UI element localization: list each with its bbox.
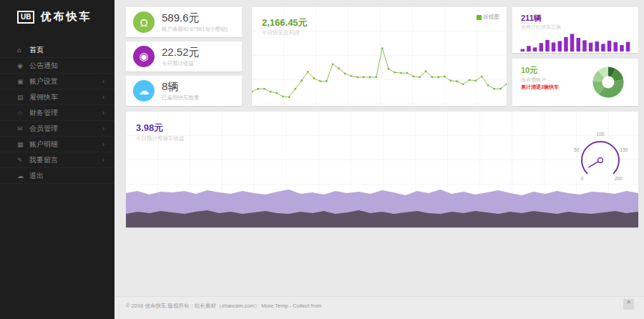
balance-value: 589.6元 [162, 11, 200, 25]
sidebar-item-members[interactable]: ✉会员管理› [0, 121, 114, 137]
legend-swatch-icon [477, 15, 482, 20]
chevron-right-icon: › [102, 89, 104, 104]
sidebar-item-label: 财务管理 [29, 109, 58, 117]
bar-chart-svg [519, 31, 631, 51]
list-icon: ▦ [17, 137, 29, 152]
profit-line-chart-card: 2,166.45元 今日快车总利润 折线图 [252, 7, 507, 106]
chevron-right-icon: › [102, 137, 104, 152]
sidebar-item-label: 账户明细 [29, 140, 58, 148]
sidebar-item-logout[interactable]: ☁退出 [0, 168, 114, 184]
today-income-value: 22.52元 [162, 46, 200, 59]
sidebar-menu: ⌂首页 ◉公告通知 ▣账户设置› ▤雇佣快车› ☆财务管理› ✉会员管理› ▦账… [0, 42, 114, 184]
footer: © 2016 优布快车 版权所有：站长素材（zhancsm.com） More … [114, 296, 644, 319]
copyright-text: © 2016 优布快车 版权所有：站长素材（zhancsm.com） More … [126, 303, 321, 310]
fleet-bar-chart-card: 211辆 全网分红快车总辆 [512, 7, 638, 53]
sidebar-item-label: 我要留言 [29, 156, 58, 164]
svg-text:0: 0 [581, 176, 584, 181]
chevron-right-icon: › [102, 74, 104, 89]
sidebar-item-label: 账户设置 [29, 77, 58, 85]
maintenance-alert: 累计清退3辆快车 [521, 84, 559, 91]
hired-cars-value: 8辆 [162, 80, 178, 94]
balance-subtitle: 账户余额ID:875513(小橙组) [162, 26, 228, 33]
svg-text:100: 100 [597, 132, 605, 137]
chevron-right-icon: › [102, 121, 104, 136]
megaphone-icon: ◉ [17, 59, 29, 74]
envelope-icon: ✉ [17, 122, 29, 137]
app-logo[interactable]: UB 优布快车 [0, 0, 114, 24]
sidebar-item-label: 退出 [29, 172, 44, 180]
per-car-earnings-subtitle: 今日预计每辆车收益 [136, 135, 185, 142]
gauge-chart-svg: 050100150200 [561, 126, 638, 183]
sidebar-item-label: 首页 [29, 46, 44, 54]
profit-total: 2,166.45元 [262, 16, 308, 29]
svg-text:150: 150 [620, 147, 628, 152]
sidebar-item-feedback[interactable]: ✎我要留言› [0, 152, 114, 168]
monitor-icon: ▣ [17, 74, 29, 89]
user-icon: Ω [133, 11, 155, 33]
sidebar-item-account-detail[interactable]: ▦账户明细› [0, 137, 114, 152]
legend-label: 折线图 [484, 14, 500, 21]
sidebar-item-finance[interactable]: ☆财务管理› [0, 105, 114, 121]
svg-text:50: 50 [574, 147, 580, 152]
hired-cars-card: ☁ 8辆 已雇佣快车数量 [126, 76, 242, 106]
maintenance-amount: 10元 [521, 65, 537, 76]
per-car-earnings-card: 3.98元 今日预计每辆车收益 050100150200 [126, 112, 638, 227]
logo-badge: UB [17, 11, 34, 24]
donut-chart-svg [588, 62, 628, 102]
sidebar-item-hire-car[interactable]: ▤雇佣快车› [0, 89, 114, 105]
cloud-icon: ☁ [133, 80, 155, 102]
sidebar-item-account-settings[interactable]: ▣账户设置› [0, 74, 114, 89]
star-icon: ☆ [17, 106, 29, 121]
chevron-right-icon: › [102, 152, 104, 167]
sidebar-item-label: 会员管理 [29, 124, 58, 132]
line-chart-legend: 折线图 [477, 14, 500, 21]
home-icon: ⌂ [17, 43, 29, 58]
pencil-icon: ✎ [17, 153, 29, 168]
maintenance-donut-card: 10元 保养费账户 累计清退3辆快车 [512, 59, 638, 106]
fleet-total: 211辆 [521, 13, 542, 24]
svg-text:200: 200 [615, 176, 623, 181]
scroll-to-top-button[interactable]: ^ [623, 299, 634, 310]
chevron-right-icon: › [102, 105, 104, 120]
app-title: 优布快车 [40, 10, 92, 24]
fleet-subtitle: 全网分红快车总辆 [521, 24, 561, 31]
today-income-card: ◉ 22.52元 今日预计收益 [126, 41, 242, 72]
profit-subtitle: 今日快车总利润 [262, 29, 300, 36]
area-chart-svg [126, 185, 638, 227]
sidebar-item-label: 雇佣快车 [29, 93, 58, 101]
hired-cars-subtitle: 已雇佣快车数量 [162, 94, 200, 102]
sidebar-item-announcements[interactable]: ◉公告通知 [0, 58, 114, 74]
sidebar: UB 优布快车 ⌂首页 ◉公告通知 ▣账户设置› ▤雇佣快车› ☆财务管理› ✉… [0, 0, 114, 319]
balance-card: Ω 589.6元 账户余额ID:875513(小橙组) [126, 7, 242, 37]
today-income-subtitle: 今日预计收益 [162, 60, 194, 67]
maintenance-subtitle: 保养费账户 [521, 77, 546, 84]
sidebar-item-label: 公告通知 [29, 62, 58, 69]
image-icon: ▤ [17, 90, 29, 105]
logout-icon: ☁ [17, 169, 29, 184]
sidebar-item-home[interactable]: ⌂首页 [0, 42, 114, 58]
camera-icon: ◉ [133, 46, 155, 67]
per-car-earnings-value: 3.98元 [136, 122, 163, 134]
